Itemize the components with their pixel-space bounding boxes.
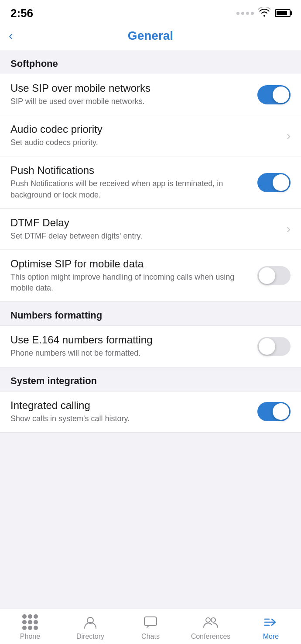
sip-mobile-desc: SIP will be used over mobile networks. [10, 96, 249, 107]
tab-phone-label: Phone [20, 633, 40, 641]
audio-codec-chevron: › [287, 129, 291, 143]
setting-sip-mobile: Use SIP over mobile networks SIP will be… [0, 74, 301, 115]
setting-audio-codec[interactable]: Audio codec priority Set audio codecs pr… [0, 115, 301, 156]
setting-optimise-sip: Optimise SIP for mobile data This option… [0, 250, 301, 301]
svg-point-3 [211, 618, 215, 622]
tab-more[interactable]: More [241, 614, 301, 641]
tab-phone[interactable]: Phone [0, 614, 60, 641]
dtmf-delay-desc: Set DTMF delay between digits' entry. [10, 231, 278, 242]
push-notifications-title: Push Notifications [10, 164, 249, 177]
phone-grid-icon [22, 614, 38, 630]
sip-mobile-toggle[interactable] [257, 85, 291, 104]
tab-chats-label: Chats [141, 633, 160, 641]
integrated-calling-toggle[interactable] [257, 402, 291, 421]
page-title: General [128, 29, 173, 43]
dtmf-delay-chevron: › [287, 222, 291, 236]
setting-integrated-calling: Integrated calling Show calls in system'… [0, 391, 301, 432]
tab-conferences-label: Conferences [191, 633, 231, 641]
tab-conferences[interactable]: Conferences [181, 614, 241, 641]
push-notifications-desc: Push Notifications will be received when… [10, 178, 249, 200]
optimise-sip-title: Optimise SIP for mobile data [10, 258, 249, 270]
tab-chats[interactable]: Chats [120, 614, 181, 641]
nav-header: ‹ General [0, 24, 301, 50]
setting-dtmf-delay[interactable]: DTMF Delay Set DTMF delay between digits… [0, 209, 301, 250]
setting-push-notifications: Push Notifications Push Notifications wi… [0, 156, 301, 208]
audio-codec-title: Audio codec priority [10, 123, 278, 135]
setting-e164: Use E.164 numbers formatting Phone numbe… [0, 326, 301, 367]
section-softphone-header: Softphone [0, 50, 301, 74]
push-notifications-toggle[interactable] [257, 173, 291, 192]
wifi-icon [258, 7, 270, 19]
section-numbers-header: Numbers formatting [0, 302, 301, 325]
conferences-icon [203, 614, 219, 630]
battery-icon [275, 9, 291, 17]
audio-codec-desc: Set audio codecs priority. [10, 137, 278, 148]
e164-title: Use E.164 numbers formatting [10, 334, 249, 346]
section-system-header: System integration [0, 367, 301, 391]
svg-point-2 [206, 618, 210, 622]
status-icons [236, 7, 291, 19]
tab-directory-label: Directory [76, 633, 104, 641]
directory-icon [82, 614, 98, 630]
integrated-calling-title: Integrated calling [10, 399, 249, 412]
tab-directory[interactable]: Directory [60, 614, 120, 641]
softphone-settings-list: Use SIP over mobile networks SIP will be… [0, 74, 301, 302]
more-icon [263, 614, 279, 630]
svg-rect-1 [144, 617, 157, 626]
status-time: 2:56 [10, 7, 33, 20]
system-settings-list: Integrated calling Show calls in system'… [0, 391, 301, 433]
optimise-sip-desc: This option might improve handling of in… [10, 272, 249, 294]
chats-icon [143, 614, 158, 630]
dtmf-delay-title: DTMF Delay [10, 217, 278, 229]
content-area: Softphone Use SIP over mobile networks S… [0, 50, 301, 485]
status-bar: 2:56 [0, 0, 301, 24]
signal-icon [236, 12, 254, 15]
e164-toggle[interactable] [257, 337, 291, 356]
optimise-sip-toggle[interactable] [257, 266, 291, 285]
back-button[interactable]: ‹ [9, 29, 13, 43]
sip-mobile-title: Use SIP over mobile networks [10, 82, 249, 94]
tab-more-label: More [263, 633, 279, 641]
tab-bar: Phone Directory Chats Conferences [0, 609, 301, 644]
integrated-calling-desc: Show calls in system's call history. [10, 413, 249, 424]
e164-desc: Phone numbers will not be formatted. [10, 348, 249, 359]
numbers-settings-list: Use E.164 numbers formatting Phone numbe… [0, 325, 301, 367]
